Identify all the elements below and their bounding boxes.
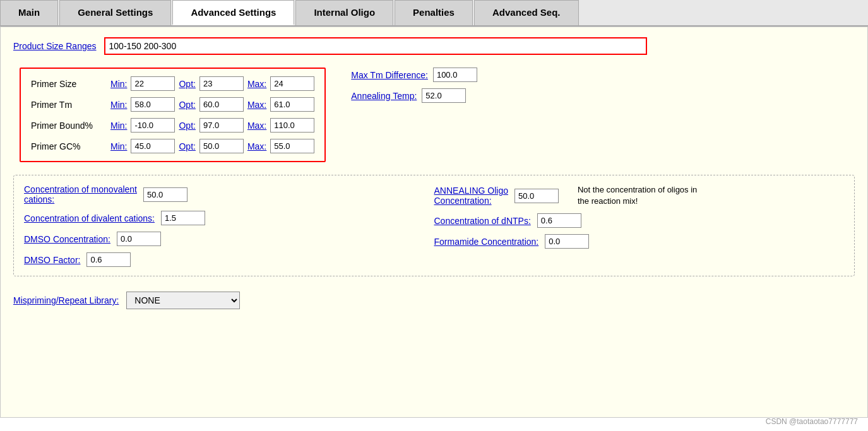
primer-gc-opt-input[interactable]	[199, 139, 244, 153]
primer-tm-max-link[interactable]: Max:	[247, 100, 266, 110]
mispriming-row: Mispriming/Repeat Library: NONE HUMAN RO…	[13, 292, 855, 309]
formamide-input[interactable]	[545, 234, 589, 249]
primer-bound-min-input[interactable]	[131, 118, 175, 133]
primer-size-max-input[interactable]	[270, 76, 314, 91]
divalent-cations-input[interactable]	[161, 211, 205, 225]
tab-penalties[interactable]: Penalties	[395, 0, 473, 25]
product-size-label[interactable]: Product Size Ranges	[13, 41, 97, 51]
annealing-temp-row: Annealing Temp:	[351, 88, 477, 103]
primer-tm-min-input[interactable]	[131, 97, 175, 112]
product-size-row: Product Size Ranges	[13, 37, 855, 55]
primer-gc-max-link[interactable]: Max:	[247, 141, 266, 151]
tab-general-settings[interactable]: General Settings	[59, 0, 171, 25]
formamide-label[interactable]: Formamide Concentration:	[434, 237, 539, 247]
max-tm-diff-input[interactable]	[433, 68, 477, 82]
primer-size-min-input[interactable]	[131, 76, 175, 91]
primer-size-min-link[interactable]: Min:	[110, 79, 127, 89]
primer-size-max-link[interactable]: Max:	[247, 79, 266, 89]
annealing-oligo-input[interactable]	[514, 189, 559, 203]
max-tm-diff-row: Max Tm Difference:	[351, 68, 477, 82]
dmso-conc-label[interactable]: DMSO Concentration:	[24, 234, 110, 244]
divalent-cations-label[interactable]: Concentration of divalent cations:	[24, 213, 155, 223]
library-select[interactable]: NONE HUMAN RODENT RODENT_AND_SIMPLE	[126, 292, 240, 309]
conc-left: Concentration of monovalentcations: Conc…	[24, 184, 434, 267]
dntps-input[interactable]	[537, 213, 581, 228]
max-tm-diff-label[interactable]: Max Tm Difference:	[351, 70, 428, 80]
primer-tm-max-input[interactable]	[270, 97, 314, 112]
annealing-temp-input[interactable]	[422, 88, 466, 103]
right-fields: Max Tm Difference: Annealing Temp:	[351, 68, 477, 103]
primer-table: Primer Size Min: Opt: Max: Primer Tm Min…	[31, 76, 314, 153]
primer-bound-max-link[interactable]: Max:	[247, 121, 266, 131]
primer-gc-opt-link[interactable]: Opt:	[179, 141, 195, 151]
annealing-note: Not the concentration of oligos in the r…	[578, 184, 704, 207]
conc-right: ANNEALING OligoConcentration: Not the co…	[434, 184, 845, 267]
primer-size-opt-link[interactable]: Opt:	[179, 79, 195, 89]
annealing-temp-label[interactable]: Annealing Temp:	[351, 91, 417, 101]
primer-bound-max-input[interactable]	[270, 118, 314, 133]
primer-tm-label: Primer Tm	[31, 100, 107, 110]
primer-bound-opt-input[interactable]	[199, 118, 244, 133]
primer-gc-min-input[interactable]	[131, 139, 175, 153]
concentration-section: Concentration of monovalentcations: Conc…	[13, 175, 855, 276]
primer-size-label: Primer Size	[31, 79, 107, 89]
tab-internal-oligo[interactable]: Internal Oligo	[295, 0, 393, 25]
annealing-oligo-row: ANNEALING OligoConcentration: Not the co…	[434, 184, 845, 207]
primer-bound-opt-link[interactable]: Opt:	[179, 121, 195, 131]
primer-tm-opt-input[interactable]	[199, 97, 244, 112]
primer-size-opt-input[interactable]	[199, 76, 244, 91]
mispriming-label[interactable]: Mispriming/Repeat Library:	[13, 295, 119, 305]
primer-tm-min-link[interactable]: Min:	[110, 100, 127, 110]
mono-cations-input[interactable]	[143, 187, 187, 202]
dntps-row: Concentration of dNTPs:	[434, 213, 845, 228]
primer-bound-min-link[interactable]: Min:	[110, 121, 127, 131]
dmso-conc-input[interactable]	[117, 232, 161, 246]
dntps-label[interactable]: Concentration of dNTPs:	[434, 216, 531, 226]
formamide-row: Formamide Concentration:	[434, 234, 845, 249]
primer-tm-opt-link[interactable]: Opt:	[179, 100, 195, 110]
divalent-cations-row: Concentration of divalent cations:	[24, 211, 434, 225]
tab-main[interactable]: Main	[0, 0, 58, 25]
tab-advanced-seq[interactable]: Advanced Seq.	[474, 0, 579, 25]
dmso-conc-row: DMSO Concentration:	[24, 232, 434, 246]
primer-gc-min-link[interactable]: Min:	[110, 141, 127, 151]
primer-box: Primer Size Min: Opt: Max: Primer Tm Min…	[20, 68, 326, 162]
tab-advanced-settings[interactable]: Advanced Settings	[172, 0, 294, 25]
mono-cations-row: Concentration of monovalentcations:	[24, 184, 434, 204]
primer-gc-label: Primer GC%	[31, 141, 107, 151]
annealing-oligo-label[interactable]: ANNEALING OligoConcentration:	[434, 186, 508, 206]
dmso-factor-label[interactable]: DMSO Factor:	[24, 255, 80, 265]
content-area: Product Size Ranges Primer Size Min: Opt…	[0, 27, 868, 418]
tab-bar: Main General Settings Advanced Settings …	[0, 0, 868, 27]
dmso-factor-input[interactable]	[86, 252, 131, 267]
dmso-factor-row: DMSO Factor:	[24, 252, 434, 267]
mono-cations-label[interactable]: Concentration of monovalentcations:	[24, 184, 137, 204]
primer-gc-max-input[interactable]	[270, 139, 314, 153]
watermark: CSDN @taotaotao7777777	[766, 417, 858, 426]
primer-section: Primer Size Min: Opt: Max: Primer Tm Min…	[13, 68, 855, 167]
primer-bound-label: Primer Bound%	[31, 121, 107, 131]
product-size-input[interactable]	[104, 37, 647, 55]
